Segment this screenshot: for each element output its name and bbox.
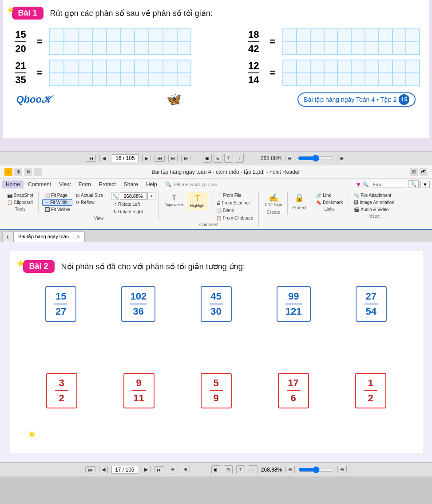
clipboard-btn[interactable]: 📋 Clipboard [5,199,36,206]
bottom-right-controls: ▣ ⊟ ⊤ ↕ 268.88% ⊖ ⊕ [211,465,347,474]
first-page-btn[interactable]: ⏮ [86,155,96,162]
nav-icon-btn-1[interactable]: ⊟ [168,155,178,162]
ribbon-group-protect: 🔒 Protect [289,192,310,210]
menu-help[interactable]: Help [143,180,161,188]
fit-width-btn[interactable]: ↔ Fit Width [42,199,72,206]
typewriter-btn[interactable]: T Typewriter [162,192,186,209]
bottom-nav-icon-1[interactable]: ⊟ [168,466,177,473]
image-annotation-btn[interactable]: 🖼 Image Annotation [352,199,396,206]
menu-tell-me[interactable]: 🔍 Tell me what you wa [162,180,221,188]
actual-size-btn[interactable]: ⊡ Actual Size [74,192,105,199]
tab-2[interactable]: Bài tập hàng ngày toán ... ✕ [13,231,85,242]
zoom-out-btn[interactable]: ⊖ [285,155,294,162]
view-icon-1[interactable]: ▣ [203,154,212,163]
grid-cell [297,29,310,42]
bottom-prev-page-btn[interactable]: ◀ [99,466,108,473]
page-label-text: Bài tập hàng ngày Toán 4 • Tập 2 [304,96,396,103]
bottom-view-icon-2[interactable]: ⊟ [224,465,233,474]
pdf-sign-btn[interactable]: ✍ PDF Sign [262,192,285,209]
rotate-right-btn[interactable]: ↻ Rotate Right [111,208,155,215]
from-clipboard-btn[interactable]: 📋 From Clipboard [214,215,256,221]
bottom-view-icon-4[interactable]: ↕ [249,465,258,474]
view-icon-4[interactable]: ↕ [235,154,244,163]
find-options-btn[interactable]: ▼ [420,181,430,188]
zoom-slider-top[interactable] [298,155,333,162]
bottom-zoom-out-btn[interactable]: ⊖ [285,466,295,473]
grid-cell [120,29,135,42]
fit-visible-btn[interactable]: 🔲 Fit Visible [42,206,72,213]
rotate-left-btn[interactable]: ↺ Rotate Left [111,201,155,208]
bookmark-btn[interactable]: 🔖 Bookmark [314,199,345,206]
zoom-in-btn[interactable]: ⊕ [337,155,346,162]
protect-btn[interactable]: 🔒 [291,192,307,204]
frac-num: 15 [55,291,66,302]
view-icon-3[interactable]: ⊤ [224,154,233,163]
file-attachment-btn[interactable]: 📎 File Attachment [352,192,396,199]
audio-video-btn[interactable]: 🎬 Audio & Video [352,206,396,213]
zoom-slider-bottom[interactable] [298,466,334,473]
link-label: Link [323,193,331,198]
answer-grid-1[interactable] [49,28,191,55]
settings-btn[interactable]: ⚙ [24,168,32,176]
from-scanner-btn[interactable]: 🖨 From Scanner [214,200,256,206]
nav-icon-btn-2[interactable]: ⊞ [181,155,190,162]
fraction-line [210,304,223,304]
frac-den: 6 [290,392,296,404]
bai1-title: Rút gọn các phân số sau về phân số tối g… [50,8,213,18]
fit-page-btn[interactable]: ⬜ Fit Page [42,192,72,199]
bai1-badge: Bài 1 [12,7,44,20]
from-file-icon: 📄 [216,193,222,198]
grid-cell [379,73,392,86]
tab-1-label: t [7,234,8,240]
bottom-nav-icon-2[interactable]: ⊞ [181,466,190,473]
answer-grid-4[interactable] [282,60,420,86]
bottom-view-icon-3[interactable]: ⊤ [236,465,245,474]
find-input[interactable] [371,181,406,188]
link-btn[interactable]: 🔗 Link [314,192,345,199]
fraction-box-15-27: 15 27 [45,286,76,322]
menu-form[interactable]: Form [75,180,95,188]
menu-view[interactable]: View [55,180,74,188]
prev-page-btn[interactable]: ◀ [99,155,108,162]
bottom-next-page-btn[interactable]: ▶ [142,466,151,473]
more-btn[interactable]: … [34,168,42,176]
grid-cell [163,60,177,73]
grid-cell [149,29,163,42]
bottom-view-icon-1[interactable]: ▣ [211,465,220,474]
zoom-in-ribbon-btn[interactable]: + [147,192,155,200]
tab-close-btn[interactable]: ✕ [76,234,80,239]
zoom-input[interactable] [120,192,147,200]
answer-grid-3[interactable] [49,60,191,86]
menu-protect[interactable]: Protect [95,180,119,188]
snapshot-btn[interactable]: 📷 SnapShot [5,192,36,199]
answer-grid-2[interactable] [282,28,420,55]
minimize-btn[interactable]: ─ [4,168,12,176]
menu-share[interactable]: Share [120,180,142,188]
zoom-out-ribbon-btn[interactable]: 🔍 [111,192,119,200]
blank-icon: ⬜ [216,208,222,213]
find-search-btn[interactable]: 🔍 [408,180,419,188]
page-input-top[interactable]: 16 / 105 [112,154,139,162]
fraction-numerator: 12 [248,60,259,73]
menu-comment[interactable]: Comment [24,180,55,188]
grid-cell [50,60,64,73]
last-page-btn[interactable]: ⏭ [155,155,165,162]
bottom-zoom-in-btn[interactable]: ⊕ [337,466,347,473]
tab-1[interactable]: t [2,231,13,242]
highlight-btn[interactable]: T Highlight [187,192,208,210]
grid-cell [324,29,338,42]
menu-home[interactable]: Home [2,180,24,188]
app-grid-btn[interactable]: ⊞ [410,168,418,176]
bottom-last-page-btn[interactable]: ⏭ [154,466,164,473]
reflow-btn[interactable]: ⟳ Reflow [74,199,105,206]
grid-btn[interactable]: ⊞ [14,168,22,176]
fraction-21-35: 21 35 [12,60,30,86]
from-file-btn[interactable]: 📄 From File [214,192,256,199]
view-icon-2[interactable]: ⊟ [214,154,222,163]
bottom-first-page-btn[interactable]: ⏮ [85,466,95,473]
page-input-bottom[interactable] [111,466,138,474]
blank-btn[interactable]: ⬜ Blank [214,207,256,214]
image-annotation-label: Image Annotation [360,200,394,205]
next-page-btn[interactable]: ▶ [142,155,151,162]
restore-btn[interactable]: 🗗 [420,168,428,176]
